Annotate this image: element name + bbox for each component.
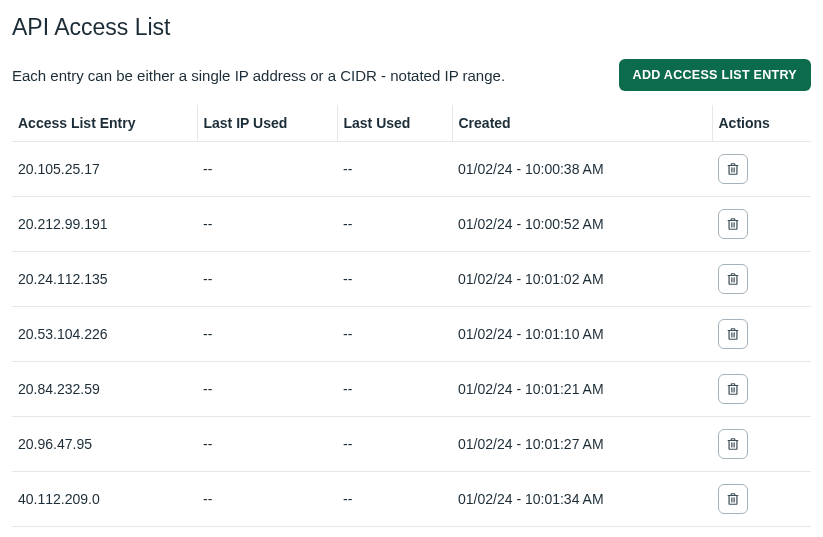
cell-last-ip: -- [197, 362, 337, 417]
cell-last-ip: -- [197, 527, 337, 538]
table-row: 20.84.232.59----01/02/24 - 10:01:21 AM [12, 362, 811, 417]
table-row: 20.24.112.135----01/02/24 - 10:01:02 AM [12, 252, 811, 307]
cell-entry: 20.96.47.95 [12, 417, 197, 472]
col-header-last-ip: Last IP Used [197, 105, 337, 142]
delete-entry-button[interactable] [718, 374, 748, 404]
delete-entry-button[interactable] [718, 154, 748, 184]
cell-created: 01/02/24 - 10:01:34 AM [452, 472, 712, 527]
cell-last-used: -- [337, 197, 452, 252]
table-row: 40.112.209.0----01/02/24 - 10:01:34 AM [12, 472, 811, 527]
cell-created: 01/02/24 - 10:01:10 AM [452, 307, 712, 362]
cell-entry: 20.84.232.59 [12, 362, 197, 417]
trash-icon [726, 437, 740, 451]
cell-created: 01/02/24 - 10:01:02 AM [452, 252, 712, 307]
cell-last-used: -- [337, 417, 452, 472]
cell-last-ip: -- [197, 472, 337, 527]
cell-actions [712, 527, 811, 538]
trash-icon [726, 492, 740, 506]
cell-created: 01/02/24 - 10:01:43 AM [452, 527, 712, 538]
delete-entry-button[interactable] [718, 429, 748, 459]
cell-last-ip: -- [197, 417, 337, 472]
cell-entry: 20.24.112.135 [12, 252, 197, 307]
col-header-entry: Access List Entry [12, 105, 197, 142]
cell-entry: 20.53.104.226 [12, 307, 197, 362]
cell-last-used: -- [337, 252, 452, 307]
cell-last-ip: -- [197, 197, 337, 252]
table-row: 20.96.47.95----01/02/24 - 10:01:27 AM [12, 417, 811, 472]
cell-last-used: -- [337, 527, 452, 538]
col-header-created: Created [452, 105, 712, 142]
cell-entry: 52.149.111.83 [12, 527, 197, 538]
cell-last-used: -- [337, 307, 452, 362]
cell-actions [712, 472, 811, 527]
table-row: 52.149.111.83----01/02/24 - 10:01:43 AM [12, 527, 811, 538]
delete-entry-button[interactable] [718, 319, 748, 349]
table-row: 20.105.25.17----01/02/24 - 10:00:38 AM [12, 142, 811, 197]
delete-entry-button[interactable] [718, 484, 748, 514]
cell-entry: 20.105.25.17 [12, 142, 197, 197]
cell-actions [712, 197, 811, 252]
cell-entry: 20.212.99.191 [12, 197, 197, 252]
cell-created: 01/02/24 - 10:00:52 AM [452, 197, 712, 252]
cell-created: 01/02/24 - 10:01:21 AM [452, 362, 712, 417]
toolbar: Each entry can be either a single IP add… [12, 59, 811, 91]
cell-last-ip: -- [197, 307, 337, 362]
add-access-list-entry-button[interactable]: ADD ACCESS LIST ENTRY [619, 59, 811, 91]
table-row: 20.53.104.226----01/02/24 - 10:01:10 AM [12, 307, 811, 362]
cell-last-used: -- [337, 472, 452, 527]
cell-actions [712, 142, 811, 197]
page-title: API Access List [12, 14, 811, 41]
col-header-actions: Actions [712, 105, 811, 142]
cell-last-used: -- [337, 362, 452, 417]
access-list-table: Access List Entry Last IP Used Last Used… [12, 105, 811, 537]
delete-entry-button[interactable] [718, 209, 748, 239]
table-row: 20.212.99.191----01/02/24 - 10:00:52 AM [12, 197, 811, 252]
cell-actions [712, 417, 811, 472]
trash-icon [726, 382, 740, 396]
cell-actions [712, 307, 811, 362]
cell-last-ip: -- [197, 142, 337, 197]
trash-icon [726, 162, 740, 176]
page-description: Each entry can be either a single IP add… [12, 67, 505, 84]
cell-entry: 40.112.209.0 [12, 472, 197, 527]
col-header-last-used: Last Used [337, 105, 452, 142]
cell-actions [712, 362, 811, 417]
cell-actions [712, 252, 811, 307]
trash-icon [726, 272, 740, 286]
trash-icon [726, 217, 740, 231]
delete-entry-button[interactable] [718, 264, 748, 294]
trash-icon [726, 327, 740, 341]
cell-last-used: -- [337, 142, 452, 197]
cell-last-ip: -- [197, 252, 337, 307]
cell-created: 01/02/24 - 10:01:27 AM [452, 417, 712, 472]
cell-created: 01/02/24 - 10:00:38 AM [452, 142, 712, 197]
